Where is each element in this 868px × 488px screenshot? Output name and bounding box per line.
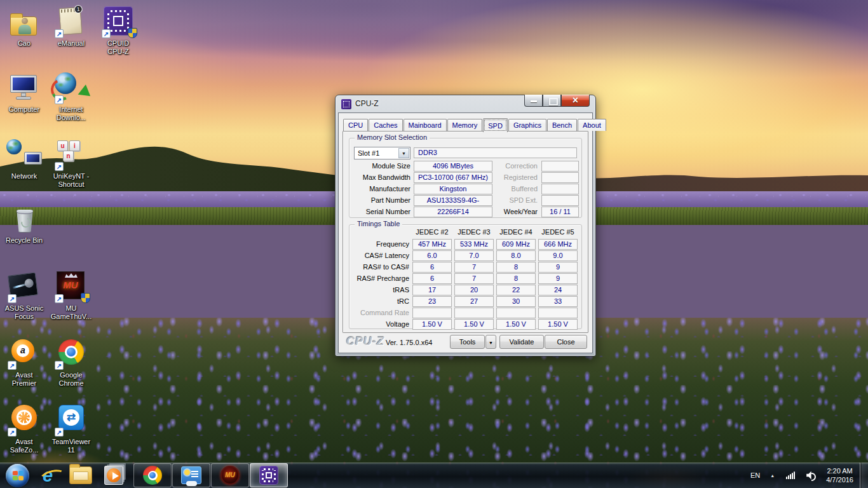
memory-slot-dropdown[interactable]: Slot #1 xyxy=(354,147,410,159)
taskbar-item-mu-game[interactable] xyxy=(211,463,249,487)
taskbar-item-asus-utility[interactable] xyxy=(172,463,210,487)
minimize-button[interactable] xyxy=(524,95,543,107)
windows-flag-icon xyxy=(13,470,24,480)
cpuz-window: CPU-Z CPU Caches Mainboard Memory SPD Gr… xyxy=(335,95,596,356)
timing-cell: 9 xyxy=(538,273,578,284)
safezone-wheel-icon xyxy=(11,405,37,430)
timing-cell xyxy=(496,308,536,318)
taskbar-clock[interactable]: 2:20 AM 4/7/2016 xyxy=(822,466,860,484)
tools-button[interactable]: Tools xyxy=(450,335,485,349)
validate-button[interactable]: Validate xyxy=(499,335,544,349)
timing-cell: 6 xyxy=(412,262,452,273)
timing-cell: 609 MHz xyxy=(496,239,536,250)
timing-cell: 22 xyxy=(496,285,536,295)
timing-cell xyxy=(454,308,494,318)
key-u-icon: u xyxy=(57,140,68,151)
memory-type-field: DDR3 xyxy=(414,147,577,158)
desktop-icon-label: UniKeyNT - Shortcut xyxy=(48,172,94,189)
chevron-down-icon[interactable] xyxy=(398,148,409,158)
timing-cell: 9 xyxy=(538,262,578,273)
system-tray: EN ▲ 2:20 AM 4/7/2016 xyxy=(746,463,868,488)
show-hidden-icons-button[interactable]: ▲ xyxy=(764,471,780,480)
desktop-icon-idm[interactable]: Internet Downlo... xyxy=(48,71,94,122)
uac-shield-icon xyxy=(128,28,137,38)
timing-cell: 27 xyxy=(454,296,494,307)
desktop-icon-computer[interactable]: Computer xyxy=(1,71,47,114)
timing-cell: 8 xyxy=(496,262,536,273)
maximize-button[interactable] xyxy=(543,95,561,107)
desktop-icon-asus-sonic[interactable]: ASUS Sonic Focus xyxy=(1,270,47,321)
row-label: Command Rate xyxy=(349,309,409,316)
avast-icon xyxy=(11,339,34,362)
field-label: Serial Number xyxy=(349,208,410,215)
close-dialog-button[interactable]: Close xyxy=(545,335,587,349)
desktop-icon-label: Cao xyxy=(1,39,47,48)
slot-selected-value: Slot #1 xyxy=(358,149,379,157)
monitor-icon xyxy=(10,75,37,93)
timing-cell: 457 MHz xyxy=(412,239,452,250)
timing-cell: 33 xyxy=(538,296,578,307)
column-header: JEDEC #3 xyxy=(454,228,494,236)
taskbar-item-windows-explorer[interactable] xyxy=(67,463,94,487)
chrome-icon xyxy=(143,466,162,485)
desktop-icon-mu-game[interactable]: MU MU GameThuV... xyxy=(48,270,94,321)
media-player-icon xyxy=(104,466,123,485)
tab-graphics[interactable]: Graphics xyxy=(508,119,546,131)
spd-tab-page: Memory Slot Selection Slot #1 DDR3 Modul… xyxy=(342,131,588,333)
field-label: Max Bandwidth xyxy=(349,173,410,181)
tab-spd[interactable]: SPD xyxy=(483,118,508,132)
desktop-icon-label: Computer xyxy=(1,105,47,114)
title-bar[interactable]: CPU-Z xyxy=(336,95,595,112)
column-header: JEDEC #5 xyxy=(538,228,578,236)
desktop-icon-label: Avast Premier xyxy=(1,371,47,388)
taskbar-item-media-player[interactable] xyxy=(100,463,127,487)
desktop-icon-teamviewer[interactable]: TeamViewer 11 xyxy=(48,403,94,454)
desktop-icon-emanual[interactable]: eManual xyxy=(48,5,94,48)
timing-cell: 8 xyxy=(496,273,536,284)
network-signal-icon[interactable] xyxy=(786,471,795,479)
desktop-icon-unikey[interactable]: u i n UniKeyNT - Shortcut xyxy=(48,138,94,189)
desktop-icon-google-chrome[interactable]: Google Chrome xyxy=(48,337,94,388)
tab-bench[interactable]: Bench xyxy=(547,119,577,131)
row-label: CAS# Latency xyxy=(349,252,409,259)
volume-icon[interactable] xyxy=(806,471,817,480)
tab-strip: CPU Caches Mainboard Memory SPD Graphics… xyxy=(343,118,607,131)
tab-memory[interactable]: Memory xyxy=(447,119,483,131)
explorer-folder-icon xyxy=(69,466,92,484)
show-desktop-button[interactable] xyxy=(860,463,868,488)
timing-cell xyxy=(412,308,452,318)
timing-cell: 7.0 xyxy=(454,250,494,261)
timing-cell: 24 xyxy=(538,285,578,295)
key-n-icon: n xyxy=(63,151,74,161)
field-label: Buffered xyxy=(494,185,538,193)
taskbar-item-cpuz-active[interactable] xyxy=(250,463,288,487)
registered-field xyxy=(541,172,579,183)
desktop-icon-avast-premier[interactable]: Avast Premier xyxy=(1,337,47,388)
clock-time: 2:20 AM xyxy=(826,466,853,475)
window-title: CPU-Z xyxy=(355,99,379,108)
desktop-icon-recycle-bin[interactable]: Recycle Bin xyxy=(1,202,47,245)
clock-date: 4/7/2016 xyxy=(826,475,853,484)
mu-game-icon xyxy=(220,466,240,485)
column-header: JEDEC #2 xyxy=(412,228,452,236)
tab-about[interactable]: About xyxy=(578,119,606,131)
tools-dropdown-button[interactable] xyxy=(485,335,496,349)
desktop-icon-cpuid-cpuz[interactable]: CPUID CPU-Z xyxy=(95,5,141,56)
close-button[interactable] xyxy=(561,95,590,107)
taskbar-item-internet-explorer[interactable]: e xyxy=(34,463,61,487)
week-year-field: 16 / 11 xyxy=(541,207,579,217)
tab-mainboard[interactable]: Mainboard xyxy=(403,119,447,131)
desktop-icon-cao[interactable]: Cao xyxy=(1,5,47,48)
start-button[interactable] xyxy=(6,464,29,487)
timing-cell: 17 xyxy=(412,285,452,295)
desktop-icon-network[interactable]: Network xyxy=(1,138,47,180)
desktop-icon-avast-safezone[interactable]: Avast SafeZo... xyxy=(1,403,47,454)
desktop-icon-label: Network xyxy=(1,172,47,180)
tab-caches[interactable]: Caches xyxy=(369,119,402,131)
tab-cpu[interactable]: CPU xyxy=(343,119,368,131)
timing-cell: 1.50 V xyxy=(412,319,452,330)
recycle-bin-icon xyxy=(17,210,33,233)
language-indicator[interactable]: EN xyxy=(746,470,764,481)
taskbar-item-google-chrome[interactable] xyxy=(133,463,172,487)
timing-cell: 7 xyxy=(454,262,494,273)
